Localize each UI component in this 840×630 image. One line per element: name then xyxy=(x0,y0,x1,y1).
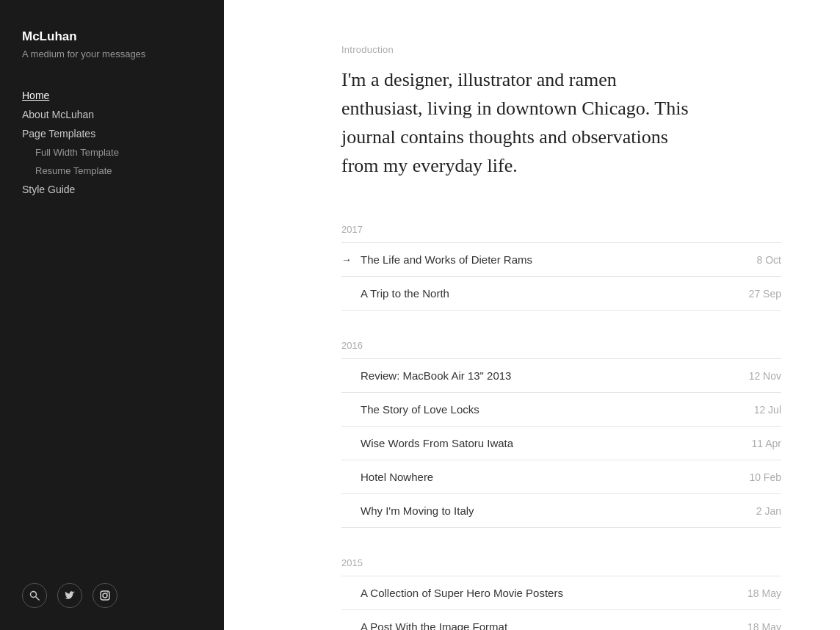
year-section-2017: 2017→The Life and Works of Dieter Rams8 … xyxy=(341,224,781,311)
post-item[interactable]: →Review: MacBook Air 13" 201312 Nov xyxy=(341,359,781,393)
post-date: 12 Nov xyxy=(749,370,781,382)
post-item[interactable]: →Hotel Nowhere10 Feb xyxy=(341,460,781,494)
post-title-wrapper: →Why I'm Moving to Italy xyxy=(341,504,474,517)
sidebar-bottom xyxy=(22,583,202,608)
post-title: A Post With the Image Format xyxy=(361,620,507,630)
sidebar-nav-item-full-width-template[interactable]: Full Width Template xyxy=(35,143,202,162)
post-title-wrapper: →Review: MacBook Air 13" 2013 xyxy=(341,369,511,382)
twitter-button[interactable] xyxy=(57,583,82,608)
post-item[interactable]: →A Post With the Image Format18 May xyxy=(341,610,781,630)
post-item[interactable]: →A Trip to the North27 Sep xyxy=(341,277,781,311)
post-title: A Trip to the North xyxy=(361,287,449,300)
post-date: 2 Jan xyxy=(756,505,781,517)
post-title-wrapper: →A Trip to the North xyxy=(341,287,449,300)
sidebar: McLuhan A medium for your messages HomeA… xyxy=(0,0,224,630)
sidebar-nav: HomeAbout McLuhanPage TemplatesFull Widt… xyxy=(22,86,202,199)
post-title: Review: MacBook Air 13" 2013 xyxy=(361,369,511,382)
post-item[interactable]: →The Story of Love Locks12 Jul xyxy=(341,393,781,427)
sidebar-nav-item-page-templates[interactable]: Page Templates xyxy=(22,124,202,143)
svg-point-3 xyxy=(103,593,107,598)
post-date: 27 Sep xyxy=(749,288,781,300)
years-container: 2017→The Life and Works of Dieter Rams8 … xyxy=(341,224,781,630)
main-content: Introduction I'm a designer, illustrator… xyxy=(224,0,840,630)
site-title: McLuhan xyxy=(22,29,202,44)
post-title: The Story of Love Locks xyxy=(361,403,479,416)
post-title-wrapper: →A Collection of Super Hero Movie Poster… xyxy=(341,587,563,599)
intro-text: I'm a designer, illustrator and ramen en… xyxy=(341,65,694,180)
post-date: 18 May xyxy=(747,587,781,599)
sidebar-nav-item-resume-template[interactable]: Resume Template xyxy=(35,162,202,180)
post-title-wrapper: →Hotel Nowhere xyxy=(341,471,433,483)
post-title-wrapper: →The Life and Works of Dieter Rams xyxy=(341,253,532,266)
sidebar-nav-item-about-mcluhan[interactable]: About McLuhan xyxy=(22,105,202,124)
svg-rect-2 xyxy=(101,591,109,600)
post-title: Why I'm Moving to Italy xyxy=(361,504,474,517)
post-title-wrapper: →The Story of Love Locks xyxy=(341,403,479,416)
site-tagline: A medium for your messages xyxy=(22,48,202,59)
post-item[interactable]: →Why I'm Moving to Italy2 Jan xyxy=(341,494,781,528)
post-date: 18 May xyxy=(747,621,781,631)
intro-label: Introduction xyxy=(341,44,781,55)
year-label: 2017 xyxy=(341,224,781,243)
year-label: 2016 xyxy=(341,340,781,359)
instagram-button[interactable] xyxy=(93,583,117,608)
post-item[interactable]: →The Life and Works of Dieter Rams8 Oct xyxy=(341,243,781,277)
post-title-wrapper: →Wise Words From Satoru Iwata xyxy=(341,437,513,449)
post-title: Hotel Nowhere xyxy=(361,471,433,483)
post-title-wrapper: →A Post With the Image Format xyxy=(341,620,507,630)
post-date: 12 Jul xyxy=(754,404,781,416)
post-item[interactable]: →A Collection of Super Hero Movie Poster… xyxy=(341,576,781,610)
post-date: 10 Feb xyxy=(749,471,781,483)
sidebar-nav-item-style-guide[interactable]: Style Guide xyxy=(22,180,202,199)
search-button[interactable] xyxy=(22,583,47,608)
post-arrow-icon: → xyxy=(341,254,353,266)
post-date: 11 Apr xyxy=(752,438,781,449)
post-date: 8 Oct xyxy=(757,254,781,266)
sidebar-nav-item-home[interactable]: Home xyxy=(22,86,202,105)
svg-line-1 xyxy=(36,597,40,601)
post-title: Wise Words From Satoru Iwata xyxy=(361,437,513,449)
post-title: A Collection of Super Hero Movie Posters xyxy=(361,587,563,599)
post-item[interactable]: →Wise Words From Satoru Iwata11 Apr xyxy=(341,427,781,460)
year-section-2016: 2016→Review: MacBook Air 13" 201312 Nov→… xyxy=(341,340,781,528)
post-title: The Life and Works of Dieter Rams xyxy=(361,253,532,266)
svg-point-4 xyxy=(107,593,109,594)
year-label: 2015 xyxy=(341,557,781,576)
year-section-2015: 2015→A Collection of Super Hero Movie Po… xyxy=(341,557,781,630)
